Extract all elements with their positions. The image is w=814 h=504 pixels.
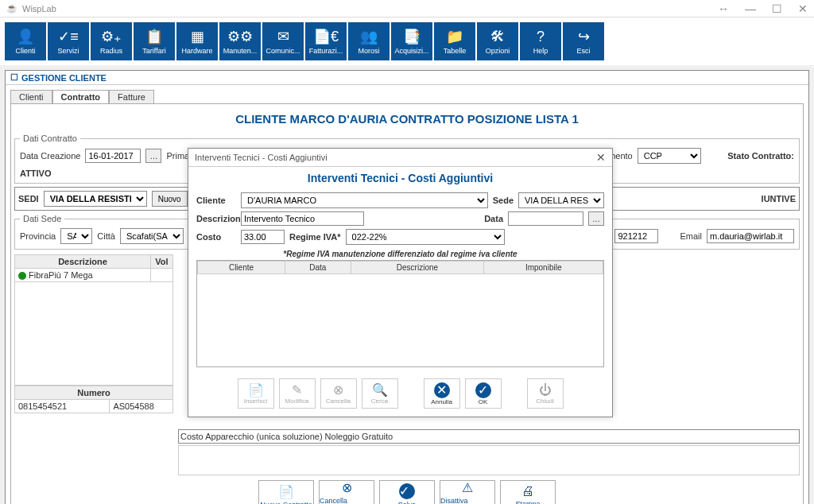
window-minimize-button[interactable]: — <box>745 2 756 15</box>
clienti-icon: 👤 <box>17 28 34 45</box>
delete-icon: ⊗ <box>333 382 343 397</box>
toolbar-manuten[interactable]: ⚙⚙Manuten... <box>219 22 261 60</box>
toolbar-morosi[interactable]: 👥Morosi <box>348 22 390 60</box>
page-subheading: CLIENTE MARCO D'AURIA CONTRATTO POSIZION… <box>14 107 800 130</box>
modal-heading: Interventi Tecnici - Costi Aggiuntivi <box>188 167 612 189</box>
modal-sede-select[interactable]: VIA DELLA RESISTENZA, 8 <box>518 192 604 208</box>
interventi-modal: Interventi Tecnici - Costi Aggiuntivi ✕ … <box>188 148 613 417</box>
modal-data-label: Data <box>484 214 503 223</box>
toolbar-tabelle[interactable]: 📁Tabelle <box>434 22 475 60</box>
toolbar-acquisizi[interactable]: 📑Acquisizi... <box>391 22 432 60</box>
tabelle-icon: 📁 <box>446 28 463 45</box>
modal-close-button[interactable]: ✕ <box>596 151 606 164</box>
toolbar-clienti[interactable]: 👤Clienti <box>5 22 46 60</box>
app-icon: ☕ <box>6 3 17 14</box>
nuovo-sede-button[interactable]: Nuovo <box>152 191 188 207</box>
modal-col-cliente: Cliente <box>198 262 285 274</box>
tariffari-icon: 📋 <box>145 28 163 45</box>
tab-fatture[interactable]: Fatture <box>109 90 154 103</box>
cancel-icon: ⊗ <box>342 480 352 495</box>
modal-annulla-button[interactable]: ✕Annulla <box>424 378 460 409</box>
modal-cerca-button: 🔍Cerca <box>362 378 398 409</box>
disattiva-contratto-button[interactable]: ⚠Disattiva Contratto <box>440 480 495 504</box>
email-label: Email <box>680 231 702 241</box>
app-title: WispLab <box>22 4 56 14</box>
modal-modifica-button: ✎Modifica <box>279 378 316 409</box>
morosi-icon: 👥 <box>360 28 378 45</box>
serv-col-descr: Descrizione <box>15 255 151 269</box>
tab-contratto[interactable]: Contratto <box>52 90 110 103</box>
toolbar-fatturazi[interactable]: 📄€Fatturazi... <box>305 22 347 60</box>
insert-icon: 📄 <box>248 382 264 397</box>
edit-icon: ✎ <box>292 382 302 397</box>
serv-col-vol: Vol <box>151 255 173 269</box>
tel-input[interactable] <box>614 229 658 243</box>
modal-title-text: Interventi Tecnici - Costi Aggiuntivi <box>195 153 328 162</box>
search-icon: 🔍 <box>372 382 388 397</box>
nuovo-contratto-button[interactable]: 📄Nuovo Contratto <box>258 480 314 504</box>
toolbar-esci[interactable]: ↪Esci <box>563 22 604 60</box>
title-bar: ☕ WispLab ↔ — ☐ ✕ <box>0 0 814 17</box>
toolbar-help[interactable]: ?Help <box>520 22 561 60</box>
servizi-table: DescrizioneVol FibraPiù 7 Mega <box>14 254 173 282</box>
modal-descr-label: Descrizione <box>196 214 236 223</box>
table-row[interactable]: 0815454521AS054588 <box>15 400 173 413</box>
data-creazione-input[interactable] <box>85 149 141 163</box>
provincia-label: Provincia <box>20 231 56 241</box>
modal-cliente-label: Cliente <box>196 196 236 205</box>
modal-costo-input[interactable] <box>241 230 285 244</box>
toolbar-tariffari[interactable]: 📋Tariffari <box>134 22 175 60</box>
opzioni-icon: 🛠 <box>490 29 505 45</box>
dati-sede-legend: Dati Sede <box>20 214 64 223</box>
plus-doc-icon: 📄 <box>278 484 294 499</box>
cancella-contratto-button[interactable]: ⊗Cancella Contratto <box>319 480 374 504</box>
modal-table: Cliente Data Descrizione Imponibile <box>197 261 603 274</box>
radius-icon: ⚙₊ <box>101 28 122 45</box>
salva-button[interactable]: ✓Salva <box>379 480 435 504</box>
modal-note: *Regime IVA manutenzione differenziato d… <box>196 248 604 260</box>
tipo-pag-select[interactable]: CCP <box>638 148 701 164</box>
toolbar-hardware[interactable]: ▦Hardware <box>176 22 218 60</box>
stampa-button[interactable]: 🖨Stampa <box>500 480 556 504</box>
modal-data-input[interactable] <box>508 211 583 226</box>
stato-contratto-label: Stato Contratto: <box>727 151 794 161</box>
check-icon: ✓ <box>399 483 415 499</box>
tab-clienti[interactable]: Clienti <box>10 90 52 103</box>
sedi-select[interactable]: VIA DELLA RESISTENZA, 8 Scafati <box>44 191 147 207</box>
cancel-circle-icon: ✕ <box>434 382 450 398</box>
warning-icon: ⚠ <box>462 480 473 495</box>
panel-icon: ☐ <box>10 72 18 83</box>
modal-inserisci-button: 📄Inserisci <box>238 378 274 409</box>
table-row[interactable]: FibraPiù 7 Mega <box>15 269 173 282</box>
acquisizi-icon: 📑 <box>403 28 421 45</box>
window-close-button[interactable]: ✕ <box>798 2 808 15</box>
dati-contratto-legend: Dati Contratto <box>20 134 80 143</box>
email-input[interactable] <box>707 229 794 243</box>
status-dot-icon <box>18 272 26 280</box>
modal-regime-select[interactable]: 022-22% <box>346 229 505 245</box>
toolbar-radius[interactable]: ⚙₊Radius <box>91 22 132 60</box>
window-arrows-icon: ↔ <box>718 2 729 15</box>
modal-cancella-button: ⊗Cancella <box>320 378 357 409</box>
print-icon: 🖨 <box>521 484 534 498</box>
aggiuntive-label: IUNTIVE <box>762 194 796 204</box>
provincia-select[interactable]: SA <box>60 228 92 244</box>
citta-select[interactable]: Scafati(SA) <box>120 228 184 244</box>
toolbar-servizi[interactable]: ✓≡Servizi <box>48 22 89 60</box>
modal-col-data: Data <box>285 262 351 274</box>
modal-data-picker-button[interactable]: … <box>588 211 604 226</box>
num-col: Numero <box>15 386 173 400</box>
toolbar-opzioni[interactable]: 🛠Opzioni <box>477 22 518 60</box>
modal-sede-label: Sede <box>493 196 514 205</box>
modal-cliente-select[interactable]: D'AURIA MARCO <box>241 192 488 208</box>
modal-descr-input[interactable] <box>241 211 364 226</box>
modal-col-imp: Imponibile <box>484 262 603 274</box>
data-creazione-picker-button[interactable]: … <box>145 149 161 163</box>
power-icon: ⏻ <box>539 383 552 397</box>
modal-ok-button[interactable]: ✓OK <box>465 378 502 409</box>
toolbar-comunic[interactable]: ✉Comunic... <box>262 22 304 60</box>
window-maximize-button[interactable]: ☐ <box>772 2 782 15</box>
fatturazi-icon: 📄€ <box>313 28 339 45</box>
modal-chiudi-button: ⏻Chiudi <box>527 378 564 409</box>
data-creazione-label: Data Creazione <box>20 151 80 161</box>
